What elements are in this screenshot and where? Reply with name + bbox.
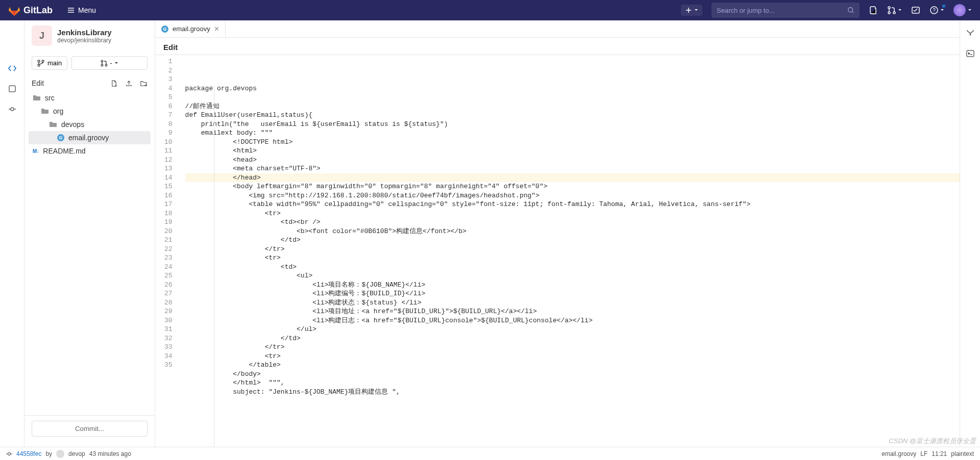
code-editor[interactable]: 1234567891011121314151617181920212223242…: [155, 55, 960, 460]
new-file-icon[interactable]: [110, 80, 118, 87]
gitlab-logo[interactable]: GitLab: [8, 4, 53, 16]
branch-name: main: [47, 59, 62, 67]
svg-point-0: [848, 8, 853, 12]
edit-section-label: Edit: [32, 79, 44, 87]
review-view-icon[interactable]: [8, 84, 17, 93]
sb-author: devop: [68, 450, 85, 457]
commit-sha[interactable]: 44558fec: [16, 450, 41, 457]
svg-point-4: [893, 12, 895, 14]
svg-point-11: [38, 64, 40, 66]
mr-label: -: [110, 59, 112, 67]
svg-point-2: [888, 7, 890, 9]
svg-rect-8: [9, 86, 15, 92]
tree-folder-devops[interactable]: devops: [29, 118, 151, 131]
sb-when: 43 minutes ago: [89, 450, 131, 457]
sb-filename: email.groovy: [881, 450, 916, 457]
search-box[interactable]: [712, 3, 860, 18]
issues-icon[interactable]: [869, 6, 878, 15]
svg-point-9: [11, 108, 14, 111]
plus-icon: [685, 7, 692, 14]
svg-point-16: [969, 34, 971, 36]
svg-point-3: [888, 12, 890, 14]
project-avatar: J: [32, 25, 52, 46]
project-name: JenkinsLibrary: [57, 28, 112, 37]
activity-bar: [0, 20, 24, 460]
topbar-right: ?: [681, 3, 972, 18]
topbar: GitLab Menu ?: [0, 0, 980, 20]
right-sidebar: [960, 20, 980, 460]
editor-tabs: G email.groovy ×: [155, 20, 960, 38]
breadcrumb: Edit: [155, 38, 960, 55]
folder-icon: [49, 120, 57, 129]
code-content[interactable]: package org.devops//邮件通知def EmailUser(us…: [178, 55, 960, 460]
upload-icon[interactable]: [125, 80, 133, 87]
statusbar: 44558fec by devop 43 minutes ago email.g…: [0, 447, 980, 460]
svg-point-13: [102, 60, 104, 62]
notification-dot: [942, 4, 946, 8]
svg-text:?: ?: [933, 8, 936, 13]
menu-button[interactable]: Menu: [67, 6, 96, 14]
avatar: [953, 4, 966, 16]
merge-request-icon: [101, 60, 108, 67]
chevron-down-icon: [694, 8, 698, 12]
markdown-icon: M↓: [33, 148, 39, 154]
gitlab-icon: [8, 4, 20, 16]
chevron-down-icon: [940, 8, 944, 12]
merge-requests-icon[interactable]: [887, 6, 902, 15]
close-icon[interactable]: ×: [214, 24, 219, 34]
author-avatar: [56, 450, 64, 458]
svg-point-12: [42, 60, 44, 62]
svg-point-15: [106, 64, 108, 66]
groovy-icon: G: [161, 25, 168, 33]
tree-file-readme[interactable]: M↓ README.md: [29, 144, 151, 158]
line-numbers: 1234567891011121314151617181920212223242…: [155, 55, 178, 460]
commit-button[interactable]: Commit...: [32, 421, 148, 437]
tree-folder-org[interactable]: org: [29, 105, 151, 118]
sb-line-ending[interactable]: LF: [920, 450, 927, 457]
sb-by: by: [45, 450, 52, 457]
hamburger-icon: [67, 6, 75, 14]
file-tree: src org devops G email.groovy M↓ README.…: [24, 90, 155, 415]
todos-icon[interactable]: [911, 6, 920, 15]
groovy-icon: G: [57, 134, 64, 141]
sb-cursor[interactable]: 11:21: [932, 450, 947, 457]
chevron-down-icon: [114, 61, 118, 65]
commit-view-icon[interactable]: [8, 105, 17, 114]
brand-text: GitLab: [23, 5, 53, 16]
folder-icon: [41, 107, 49, 115]
sb-lang[interactable]: plaintext: [951, 450, 974, 457]
tab-email-groovy[interactable]: G email.groovy ×: [155, 20, 226, 37]
folder-icon: [33, 94, 41, 102]
menu-label: Menu: [78, 6, 96, 14]
editor-area: G email.groovy × Edit 123456789101112131…: [155, 20, 960, 460]
help-icon[interactable]: ?: [929, 6, 944, 15]
project-path: devop/jenkinslibrary: [57, 37, 112, 44]
branch-icon: [37, 60, 44, 67]
sidebar: J JenkinsLibrary devop/jenkinslibrary ma…: [24, 20, 155, 460]
edit-view-icon[interactable]: [8, 64, 17, 73]
project-header[interactable]: J JenkinsLibrary devop/jenkinslibrary: [24, 20, 155, 51]
svg-point-18: [8, 452, 11, 455]
new-folder-icon[interactable]: [140, 80, 148, 87]
new-button[interactable]: [681, 5, 702, 16]
tree-file-email[interactable]: G email.groovy: [29, 131, 151, 144]
terminal-icon[interactable]: [966, 49, 975, 58]
branch-selector[interactable]: main: [32, 56, 67, 70]
commit-icon: [6, 451, 12, 457]
tree-folder-src[interactable]: src: [29, 91, 151, 105]
search-icon: [847, 7, 854, 14]
tab-label: email.groovy: [173, 25, 210, 33]
user-menu[interactable]: [953, 4, 972, 16]
pipeline-icon[interactable]: [966, 28, 975, 37]
chevron-down-icon: [968, 8, 972, 12]
svg-point-14: [102, 64, 104, 66]
svg-point-10: [38, 60, 40, 62]
search-input[interactable]: [717, 7, 847, 14]
chevron-down-icon: [898, 8, 902, 12]
indent-guide: [214, 86, 214, 460]
create-mr-button[interactable]: -: [71, 56, 148, 70]
